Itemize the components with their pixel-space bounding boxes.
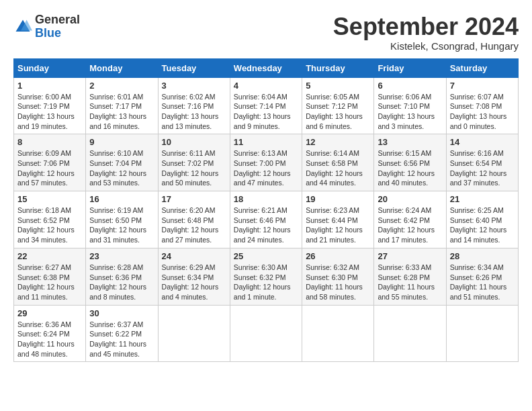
day-info: Sunrise: 6:36 AMSunset: 6:24 PMDaylight:… — [17, 320, 82, 359]
calendar-body: 1Sunrise: 6:00 AMSunset: 7:19 PMDaylight… — [14, 77, 519, 362]
calendar-cell: 30Sunrise: 6:37 AMSunset: 6:22 PMDayligh… — [86, 305, 158, 362]
day-info: Sunrise: 6:02 AMSunset: 7:16 PMDaylight:… — [162, 92, 226, 132]
day-number: 3 — [162, 81, 226, 91]
calendar-cell — [374, 305, 446, 362]
day-number: 23 — [89, 251, 154, 261]
calendar-cell: 3Sunrise: 6:02 AMSunset: 7:16 PMDaylight… — [158, 77, 230, 134]
day-number: 26 — [306, 251, 370, 261]
day-info: Sunrise: 6:06 AMSunset: 7:10 PMDaylight:… — [378, 92, 442, 132]
day-number: 11 — [234, 137, 298, 147]
day-number: 18 — [234, 194, 298, 204]
day-number: 27 — [378, 251, 442, 261]
header-day-tuesday: Tuesday — [158, 58, 230, 77]
day-number: 15 — [17, 194, 82, 204]
header-day-wednesday: Wednesday — [230, 58, 302, 77]
calendar-header: SundayMondayTuesdayWednesdayThursdayFrid… — [14, 58, 519, 77]
day-info: Sunrise: 6:28 AMSunset: 6:36 PMDaylight:… — [89, 263, 154, 302]
header-day-friday: Friday — [374, 58, 446, 77]
day-number: 19 — [306, 194, 370, 204]
calendar-cell: 25Sunrise: 6:30 AMSunset: 6:32 PMDayligh… — [230, 248, 302, 305]
calendar-cell: 2Sunrise: 6:01 AMSunset: 7:17 PMDaylight… — [86, 77, 158, 134]
day-info: Sunrise: 6:27 AMSunset: 6:38 PMDaylight:… — [17, 263, 82, 302]
calendar-cell: 27Sunrise: 6:33 AMSunset: 6:28 PMDayligh… — [374, 248, 446, 305]
header-day-sunday: Sunday — [14, 58, 86, 77]
calendar-cell: 17Sunrise: 6:20 AMSunset: 6:48 PMDayligh… — [158, 191, 230, 248]
page-header: General Blue September 2024 Kistelek, Cs… — [13, 13, 519, 52]
calendar-table: SundayMondayTuesdayWednesdayThursdayFrid… — [13, 58, 519, 363]
day-info: Sunrise: 6:14 AMSunset: 6:58 PMDaylight:… — [306, 148, 370, 188]
day-number: 24 — [162, 251, 226, 261]
day-number: 9 — [89, 137, 154, 147]
day-number: 22 — [17, 251, 82, 261]
calendar-cell: 10Sunrise: 6:11 AMSunset: 7:02 PMDayligh… — [158, 134, 230, 191]
calendar-cell: 13Sunrise: 6:15 AMSunset: 6:56 PMDayligh… — [374, 134, 446, 191]
day-info: Sunrise: 6:15 AMSunset: 6:56 PMDaylight:… — [378, 148, 442, 188]
week-row-3: 15Sunrise: 6:18 AMSunset: 6:52 PMDayligh… — [14, 191, 519, 248]
day-info: Sunrise: 6:29 AMSunset: 6:34 PMDaylight:… — [162, 263, 226, 302]
day-info: Sunrise: 6:11 AMSunset: 7:02 PMDaylight:… — [162, 148, 226, 188]
day-info: Sunrise: 6:20 AMSunset: 6:48 PMDaylight:… — [162, 205, 226, 245]
calendar-cell: 22Sunrise: 6:27 AMSunset: 6:38 PMDayligh… — [14, 248, 86, 305]
day-number: 16 — [89, 194, 154, 204]
calendar-cell: 16Sunrise: 6:19 AMSunset: 6:50 PMDayligh… — [86, 191, 158, 248]
day-info: Sunrise: 6:37 AMSunset: 6:22 PMDaylight:… — [89, 320, 154, 359]
day-number: 12 — [306, 137, 370, 147]
title-block: September 2024 Kistelek, Csongrad, Hunga… — [333, 13, 519, 52]
logo-text: General Blue — [35, 13, 80, 40]
day-info: Sunrise: 6:09 AMSunset: 7:06 PMDaylight:… — [17, 148, 82, 188]
day-number: 13 — [378, 137, 442, 147]
day-number: 30 — [89, 308, 154, 318]
day-info: Sunrise: 6:07 AMSunset: 7:08 PMDaylight:… — [450, 92, 515, 132]
day-number: 29 — [17, 308, 82, 318]
week-row-1: 1Sunrise: 6:00 AMSunset: 7:19 PMDaylight… — [14, 77, 519, 134]
calendar-cell: 8Sunrise: 6:09 AMSunset: 7:06 PMDaylight… — [14, 134, 86, 191]
day-number: 7 — [450, 81, 515, 91]
week-row-2: 8Sunrise: 6:09 AMSunset: 7:06 PMDaylight… — [14, 134, 519, 191]
day-info: Sunrise: 6:25 AMSunset: 6:40 PMDaylight:… — [450, 205, 515, 245]
day-info: Sunrise: 6:33 AMSunset: 6:28 PMDaylight:… — [378, 263, 442, 302]
day-info: Sunrise: 6:19 AMSunset: 6:50 PMDaylight:… — [89, 205, 154, 245]
day-number: 20 — [378, 194, 442, 204]
calendar-cell: 12Sunrise: 6:14 AMSunset: 6:58 PMDayligh… — [302, 134, 374, 191]
day-info: Sunrise: 6:05 AMSunset: 7:12 PMDaylight:… — [306, 92, 370, 132]
day-info: Sunrise: 6:34 AMSunset: 6:26 PMDaylight:… — [450, 263, 515, 302]
calendar-cell: 26Sunrise: 6:32 AMSunset: 6:30 PMDayligh… — [302, 248, 374, 305]
calendar-cell: 14Sunrise: 6:16 AMSunset: 6:54 PMDayligh… — [446, 134, 518, 191]
day-info: Sunrise: 6:21 AMSunset: 6:46 PMDaylight:… — [234, 205, 298, 245]
day-number: 2 — [89, 81, 154, 91]
logo-blue-text: Blue — [35, 27, 80, 40]
calendar-cell — [302, 305, 374, 362]
calendar-cell — [446, 305, 518, 362]
calendar-cell: 20Sunrise: 6:24 AMSunset: 6:42 PMDayligh… — [374, 191, 446, 248]
day-number: 28 — [450, 251, 515, 261]
header-day-monday: Monday — [86, 58, 158, 77]
week-row-4: 22Sunrise: 6:27 AMSunset: 6:38 PMDayligh… — [14, 248, 519, 305]
day-number: 10 — [162, 137, 226, 147]
location-text: Kistelek, Csongrad, Hungary — [333, 40, 519, 52]
day-number: 21 — [450, 194, 515, 204]
calendar-cell: 7Sunrise: 6:07 AMSunset: 7:08 PMDaylight… — [446, 77, 518, 134]
logo: General Blue — [13, 13, 80, 40]
logo-icon — [13, 17, 32, 36]
day-number: 17 — [162, 194, 226, 204]
day-info: Sunrise: 6:32 AMSunset: 6:30 PMDaylight:… — [306, 263, 370, 302]
day-number: 6 — [378, 81, 442, 91]
calendar-cell: 21Sunrise: 6:25 AMSunset: 6:40 PMDayligh… — [446, 191, 518, 248]
day-info: Sunrise: 6:13 AMSunset: 7:00 PMDaylight:… — [234, 148, 298, 188]
day-number: 8 — [17, 137, 82, 147]
day-number: 4 — [234, 81, 298, 91]
header-row: SundayMondayTuesdayWednesdayThursdayFrid… — [14, 58, 519, 77]
header-day-thursday: Thursday — [302, 58, 374, 77]
day-number: 25 — [234, 251, 298, 261]
day-info: Sunrise: 6:16 AMSunset: 6:54 PMDaylight:… — [450, 148, 515, 188]
day-info: Sunrise: 6:01 AMSunset: 7:17 PMDaylight:… — [89, 92, 154, 132]
day-info: Sunrise: 6:24 AMSunset: 6:42 PMDaylight:… — [378, 205, 442, 245]
calendar-cell: 4Sunrise: 6:04 AMSunset: 7:14 PMDaylight… — [230, 77, 302, 134]
calendar-cell: 5Sunrise: 6:05 AMSunset: 7:12 PMDaylight… — [302, 77, 374, 134]
day-info: Sunrise: 6:00 AMSunset: 7:19 PMDaylight:… — [17, 92, 82, 132]
month-title: September 2024 — [333, 13, 519, 40]
header-day-saturday: Saturday — [446, 58, 518, 77]
calendar-cell: 1Sunrise: 6:00 AMSunset: 7:19 PMDaylight… — [14, 77, 86, 134]
logo-general-text: General — [35, 13, 80, 27]
day-number: 5 — [306, 81, 370, 91]
